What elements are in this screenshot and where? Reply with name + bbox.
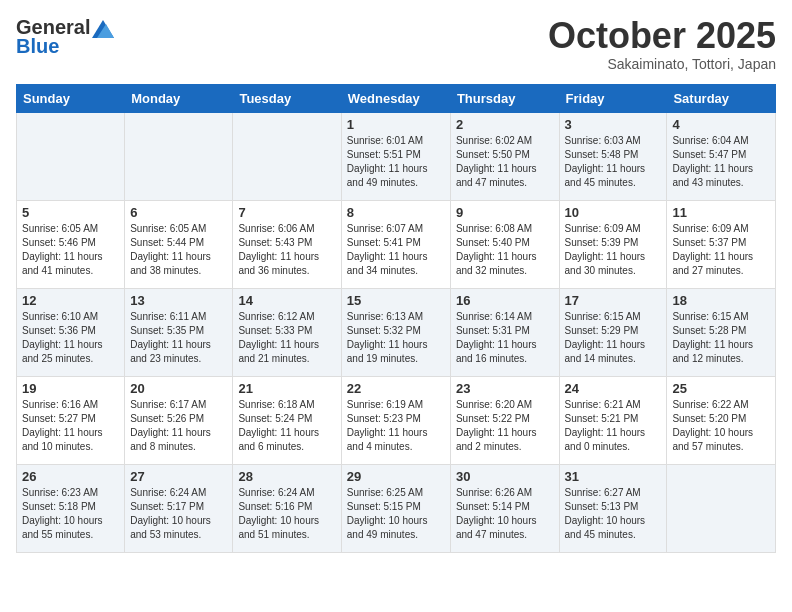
table-row: 18Sunrise: 6:15 AM Sunset: 5:28 PM Dayli… — [667, 288, 776, 376]
day-info: Sunrise: 6:13 AM Sunset: 5:32 PM Dayligh… — [347, 310, 445, 366]
day-info: Sunrise: 6:04 AM Sunset: 5:47 PM Dayligh… — [672, 134, 770, 190]
day-number: 11 — [672, 205, 770, 220]
table-row: 7Sunrise: 6:06 AM Sunset: 5:43 PM Daylig… — [233, 200, 341, 288]
table-row: 24Sunrise: 6:21 AM Sunset: 5:21 PM Dayli… — [559, 376, 667, 464]
table-row: 19Sunrise: 6:16 AM Sunset: 5:27 PM Dayli… — [17, 376, 125, 464]
calendar-header-row: Sunday Monday Tuesday Wednesday Thursday… — [17, 84, 776, 112]
day-info: Sunrise: 6:07 AM Sunset: 5:41 PM Dayligh… — [347, 222, 445, 278]
day-info: Sunrise: 6:15 AM Sunset: 5:29 PM Dayligh… — [565, 310, 662, 366]
table-row: 9Sunrise: 6:08 AM Sunset: 5:40 PM Daylig… — [450, 200, 559, 288]
day-number: 30 — [456, 469, 554, 484]
table-row: 30Sunrise: 6:26 AM Sunset: 5:14 PM Dayli… — [450, 464, 559, 552]
location: Sakaiminato, Tottori, Japan — [548, 56, 776, 72]
header-tuesday: Tuesday — [233, 84, 341, 112]
table-row: 29Sunrise: 6:25 AM Sunset: 5:15 PM Dayli… — [341, 464, 450, 552]
calendar-week-row: 12Sunrise: 6:10 AM Sunset: 5:36 PM Dayli… — [17, 288, 776, 376]
day-info: Sunrise: 6:06 AM Sunset: 5:43 PM Dayligh… — [238, 222, 335, 278]
day-number: 9 — [456, 205, 554, 220]
day-info: Sunrise: 6:09 AM Sunset: 5:39 PM Dayligh… — [565, 222, 662, 278]
table-row: 23Sunrise: 6:20 AM Sunset: 5:22 PM Dayli… — [450, 376, 559, 464]
day-info: Sunrise: 6:09 AM Sunset: 5:37 PM Dayligh… — [672, 222, 770, 278]
day-info: Sunrise: 6:03 AM Sunset: 5:48 PM Dayligh… — [565, 134, 662, 190]
day-number: 31 — [565, 469, 662, 484]
table-row: 25Sunrise: 6:22 AM Sunset: 5:20 PM Dayli… — [667, 376, 776, 464]
day-info: Sunrise: 6:12 AM Sunset: 5:33 PM Dayligh… — [238, 310, 335, 366]
month-title: October 2025 — [548, 16, 776, 56]
table-row: 8Sunrise: 6:07 AM Sunset: 5:41 PM Daylig… — [341, 200, 450, 288]
table-row: 1Sunrise: 6:01 AM Sunset: 5:51 PM Daylig… — [341, 112, 450, 200]
day-info: Sunrise: 6:05 AM Sunset: 5:44 PM Dayligh… — [130, 222, 227, 278]
day-number: 2 — [456, 117, 554, 132]
table-row: 28Sunrise: 6:24 AM Sunset: 5:16 PM Dayli… — [233, 464, 341, 552]
table-row: 5Sunrise: 6:05 AM Sunset: 5:46 PM Daylig… — [17, 200, 125, 288]
day-number: 12 — [22, 293, 119, 308]
table-row: 11Sunrise: 6:09 AM Sunset: 5:37 PM Dayli… — [667, 200, 776, 288]
day-info: Sunrise: 6:26 AM Sunset: 5:14 PM Dayligh… — [456, 486, 554, 542]
day-number: 21 — [238, 381, 335, 396]
day-number: 19 — [22, 381, 119, 396]
day-number: 27 — [130, 469, 227, 484]
header-monday: Monday — [125, 84, 233, 112]
table-row — [125, 112, 233, 200]
table-row: 15Sunrise: 6:13 AM Sunset: 5:32 PM Dayli… — [341, 288, 450, 376]
day-number: 18 — [672, 293, 770, 308]
header-thursday: Thursday — [450, 84, 559, 112]
table-row: 17Sunrise: 6:15 AM Sunset: 5:29 PM Dayli… — [559, 288, 667, 376]
day-number: 14 — [238, 293, 335, 308]
day-info: Sunrise: 6:25 AM Sunset: 5:15 PM Dayligh… — [347, 486, 445, 542]
day-number: 22 — [347, 381, 445, 396]
calendar-week-row: 5Sunrise: 6:05 AM Sunset: 5:46 PM Daylig… — [17, 200, 776, 288]
day-info: Sunrise: 6:15 AM Sunset: 5:28 PM Dayligh… — [672, 310, 770, 366]
logo-blue-text: Blue — [16, 35, 59, 58]
day-number: 20 — [130, 381, 227, 396]
day-number: 26 — [22, 469, 119, 484]
day-number: 24 — [565, 381, 662, 396]
header-wednesday: Wednesday — [341, 84, 450, 112]
calendar-week-row: 1Sunrise: 6:01 AM Sunset: 5:51 PM Daylig… — [17, 112, 776, 200]
day-number: 3 — [565, 117, 662, 132]
table-row: 20Sunrise: 6:17 AM Sunset: 5:26 PM Dayli… — [125, 376, 233, 464]
day-info: Sunrise: 6:01 AM Sunset: 5:51 PM Dayligh… — [347, 134, 445, 190]
table-row — [667, 464, 776, 552]
day-info: Sunrise: 6:17 AM Sunset: 5:26 PM Dayligh… — [130, 398, 227, 454]
day-info: Sunrise: 6:20 AM Sunset: 5:22 PM Dayligh… — [456, 398, 554, 454]
day-info: Sunrise: 6:19 AM Sunset: 5:23 PM Dayligh… — [347, 398, 445, 454]
table-row: 22Sunrise: 6:19 AM Sunset: 5:23 PM Dayli… — [341, 376, 450, 464]
logo: General Blue — [16, 16, 114, 58]
day-number: 8 — [347, 205, 445, 220]
page-header: General Blue October 2025 Sakaiminato, T… — [16, 16, 776, 72]
table-row — [17, 112, 125, 200]
logo-icon — [92, 20, 114, 38]
day-number: 15 — [347, 293, 445, 308]
table-row: 21Sunrise: 6:18 AM Sunset: 5:24 PM Dayli… — [233, 376, 341, 464]
table-row: 12Sunrise: 6:10 AM Sunset: 5:36 PM Dayli… — [17, 288, 125, 376]
day-info: Sunrise: 6:24 AM Sunset: 5:16 PM Dayligh… — [238, 486, 335, 542]
day-info: Sunrise: 6:18 AM Sunset: 5:24 PM Dayligh… — [238, 398, 335, 454]
day-number: 28 — [238, 469, 335, 484]
day-number: 25 — [672, 381, 770, 396]
table-row: 6Sunrise: 6:05 AM Sunset: 5:44 PM Daylig… — [125, 200, 233, 288]
day-number: 13 — [130, 293, 227, 308]
day-info: Sunrise: 6:08 AM Sunset: 5:40 PM Dayligh… — [456, 222, 554, 278]
day-number: 23 — [456, 381, 554, 396]
day-info: Sunrise: 6:02 AM Sunset: 5:50 PM Dayligh… — [456, 134, 554, 190]
day-info: Sunrise: 6:14 AM Sunset: 5:31 PM Dayligh… — [456, 310, 554, 366]
header-sunday: Sunday — [17, 84, 125, 112]
day-number: 29 — [347, 469, 445, 484]
day-number: 1 — [347, 117, 445, 132]
day-info: Sunrise: 6:22 AM Sunset: 5:20 PM Dayligh… — [672, 398, 770, 454]
day-number: 4 — [672, 117, 770, 132]
day-number: 10 — [565, 205, 662, 220]
day-number: 17 — [565, 293, 662, 308]
calendar-week-row: 19Sunrise: 6:16 AM Sunset: 5:27 PM Dayli… — [17, 376, 776, 464]
day-info: Sunrise: 6:24 AM Sunset: 5:17 PM Dayligh… — [130, 486, 227, 542]
day-info: Sunrise: 6:16 AM Sunset: 5:27 PM Dayligh… — [22, 398, 119, 454]
day-info: Sunrise: 6:21 AM Sunset: 5:21 PM Dayligh… — [565, 398, 662, 454]
table-row: 10Sunrise: 6:09 AM Sunset: 5:39 PM Dayli… — [559, 200, 667, 288]
table-row: 26Sunrise: 6:23 AM Sunset: 5:18 PM Dayli… — [17, 464, 125, 552]
table-row: 16Sunrise: 6:14 AM Sunset: 5:31 PM Dayli… — [450, 288, 559, 376]
table-row: 31Sunrise: 6:27 AM Sunset: 5:13 PM Dayli… — [559, 464, 667, 552]
table-row: 14Sunrise: 6:12 AM Sunset: 5:33 PM Dayli… — [233, 288, 341, 376]
day-number: 7 — [238, 205, 335, 220]
title-area: October 2025 Sakaiminato, Tottori, Japan — [548, 16, 776, 72]
